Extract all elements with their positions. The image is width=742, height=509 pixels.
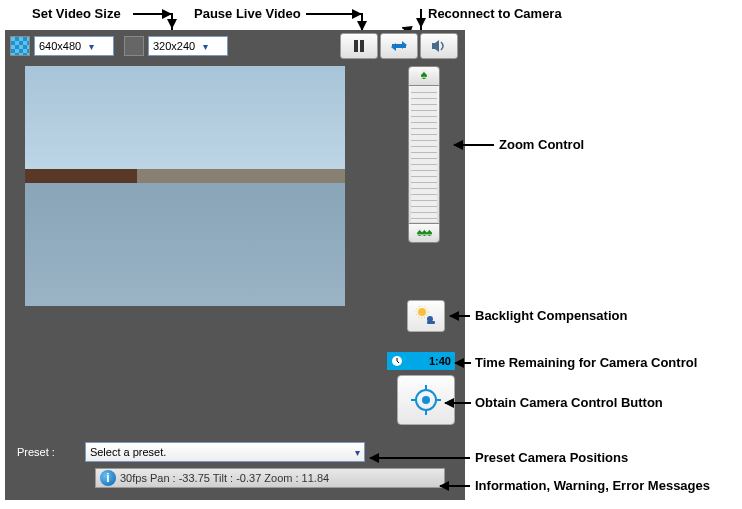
video-size-select-2[interactable]: 320x240 ▾ <box>148 36 228 56</box>
annot-status: Information, Warning, Error Messages <box>475 478 710 493</box>
annot-obtain: Obtain Camera Control Button <box>475 395 663 410</box>
toolbar: 640x480 ▾ 320x240 ▾ <box>10 35 460 57</box>
annot-reconnect: Reconnect to Camera <box>428 6 562 21</box>
preset-placeholder: Select a preset. <box>90 446 166 458</box>
preset-label: Preset : <box>17 446 55 458</box>
video-size-select-1[interactable]: 640x480 ▾ <box>34 36 114 56</box>
target-icon <box>409 383 443 417</box>
audio-button[interactable] <box>420 33 458 59</box>
pause-icon <box>352 39 366 53</box>
grid-icon-1[interactable] <box>10 36 30 56</box>
svg-point-8 <box>422 396 430 404</box>
info-icon: i <box>100 470 116 486</box>
annot-zoom: Zoom Control <box>499 137 584 152</box>
chevron-down-icon: ▾ <box>89 41 94 52</box>
pause-button[interactable] <box>340 33 378 59</box>
annot-set-video-size: Set Video Size <box>32 6 121 21</box>
zoom-in-button[interactable]: ♠ <box>408 66 440 86</box>
zoom-track-lines <box>411 87 437 222</box>
backlight-icon <box>415 306 437 326</box>
preset-row: Preset : Select a preset. ▾ <box>17 442 365 462</box>
chevron-down-icon: ▾ <box>203 41 208 52</box>
annot-backlight: Backlight Compensation <box>475 308 627 323</box>
video-size-2-value: 320x240 <box>153 40 195 52</box>
status-text: 30fps Pan : -33.75 Tilt : -0.37 Zoom : 1… <box>120 472 329 484</box>
zoom-slider[interactable]: ♠ ♠♠♠ <box>408 66 440 243</box>
annot-preset: Preset Camera Positions <box>475 450 628 465</box>
status-bar: i 30fps Pan : -33.75 Tilt : -0.37 Zoom :… <box>95 468 445 488</box>
svg-point-2 <box>418 308 426 316</box>
svg-rect-0 <box>354 40 358 52</box>
camera-panel: 640x480 ▾ 320x240 ▾ ♠ ♠♠ <box>5 30 465 500</box>
time-value: 1:40 <box>429 355 451 367</box>
reconnect-icon <box>390 39 408 53</box>
annot-time: Time Remaining for Camera Control <box>475 355 697 370</box>
svg-rect-1 <box>360 40 364 52</box>
chevron-down-icon: ▾ <box>355 447 360 458</box>
reconnect-button[interactable] <box>380 33 418 59</box>
preset-select[interactable]: Select a preset. ▾ <box>85 442 365 462</box>
backlight-button[interactable] <box>407 300 445 332</box>
video-view[interactable] <box>25 66 345 306</box>
grid-icon-2[interactable] <box>124 36 144 56</box>
video-size-1-value: 640x480 <box>39 40 81 52</box>
time-remaining: 1:40 <box>387 352 455 370</box>
annot-pause-live: Pause Live Video <box>194 6 301 21</box>
speaker-icon <box>431 39 447 53</box>
zoom-out-button[interactable]: ♠♠♠ <box>408 223 440 243</box>
svg-rect-5 <box>427 321 435 324</box>
clock-icon <box>391 355 403 367</box>
